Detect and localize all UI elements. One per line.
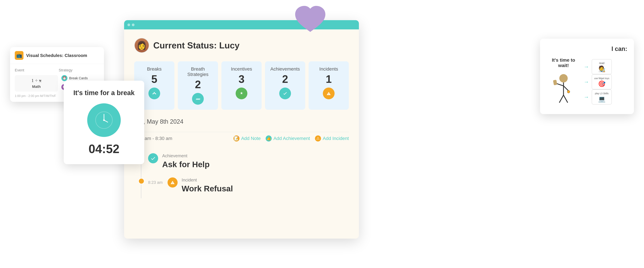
i-can-option-skills: → play L3 Skills 💻 [584, 89, 627, 104]
i-can-content: It's time to wait! [547, 57, 627, 107]
vs-event-col-label: Event [15, 68, 55, 72]
current-status-title: Current Status: Lucy [153, 40, 240, 50]
i-can-card-label-fidget: use fidget toys [594, 76, 610, 80]
vs-event-card: 1 ÷ x Math [15, 75, 58, 92]
break-timer-window: It's time for a break 04:52 [64, 81, 144, 164]
stat-number-incentives: 3 [225, 74, 258, 84]
break-timer-title: It's time for a break [70, 89, 138, 97]
date-display: day, May 8th 2024 [134, 118, 349, 125]
incident-entry-title: Work Refusal [182, 184, 349, 193]
avatar: 👩 [134, 38, 149, 53]
svg-point-18 [567, 90, 570, 93]
vs-strategy-icon-1: ⏰ [62, 75, 68, 81]
vs-event-name: Math [18, 84, 55, 89]
i-can-header: I can: [547, 45, 627, 52]
svg-line-16 [559, 95, 564, 103]
add-note-icon: 📝 [234, 136, 240, 142]
traffic-dot-1 [128, 24, 130, 26]
stat-number-achievements: 2 [268, 74, 302, 84]
stick-figure-svg [550, 72, 577, 105]
i-can-card-read: read 🧑‍🎨 [592, 59, 612, 74]
timeline-entry-achievement: Achievement Ask for Help [148, 150, 349, 174]
achievement-entry-icon [148, 153, 158, 163]
svg-rect-14 [553, 80, 557, 85]
achievement-entry-content: Achievement Ask for Help [162, 153, 349, 169]
i-can-card-fidget: use fidget toys 🎯 [592, 74, 612, 89]
arrow-fidget: → [584, 79, 589, 85]
svg-point-10 [103, 119, 105, 121]
i-can-card-skills: play L3 Skills 💻 [592, 89, 612, 104]
i-can-read-icon: 🧑‍🎨 [598, 65, 606, 72]
vs-icon: 📺 [15, 51, 24, 60]
wait-illustration: It's time to wait! [547, 57, 580, 107]
achievement-entry-type: Achievement [162, 153, 349, 159]
vs-strategy-col-label: Strategy [59, 68, 99, 72]
i-can-card-label-skills: play L3 Skills [594, 91, 609, 95]
stat-card-achievements: Achievements 2 [265, 61, 305, 110]
svg-text:!: ! [172, 182, 173, 184]
timeline-entries: Achievement Ask for Help 8:23 am ! [141, 150, 349, 198]
vs-math-display: 1 ÷ x [18, 78, 55, 83]
stat-icon-breath [192, 93, 204, 105]
vs-strategy-label-1: Break Cards [69, 76, 88, 80]
stat-number-incidents: 1 [312, 74, 346, 84]
stat-card-breath-strategies: Breath Strategies 2 [178, 61, 218, 110]
svg-line-13 [556, 83, 564, 86]
incident-entry-icon: ! [168, 177, 178, 188]
svg-text:!: ! [328, 93, 329, 95]
stat-label-incentives: Incentives [225, 66, 258, 72]
svg-line-15 [564, 86, 568, 91]
break-timer-clock [87, 103, 121, 137]
stat-label-breath: Breath Strategies [181, 66, 215, 77]
traffic-dot-2 [132, 24, 134, 26]
timeline-header: 8:00 am - 8:30 am 📝 Add Note 👍 Add Achie… [134, 132, 349, 145]
add-incident-icon: ⚠ [315, 136, 321, 142]
incident-entry-content: Incident Work Refusal [182, 177, 349, 193]
arrow-skills: → [584, 94, 589, 100]
timeline-entry-incident: 8:23 am ! Incident Work Refusal [148, 174, 349, 198]
profile-header: 👩 Current Status: Lucy [134, 38, 349, 53]
arrow-read: → [584, 64, 589, 70]
wait-text: It's time to wait! [547, 57, 580, 68]
vs-strategy-break-cards: ⏰ Break Cards [62, 75, 99, 81]
stat-label-achievements: Achievements [268, 66, 302, 72]
achievement-entry-title: Ask for Help [162, 160, 349, 169]
vs-title: Visual Schedules: Classroom [26, 53, 87, 58]
incident-time: 8:23 am [148, 180, 165, 185]
stat-label-incidents: Incidents [312, 66, 346, 72]
i-can-skills-icon: 💻 [598, 95, 606, 102]
add-incident-button[interactable]: ⚠ Add Incident [315, 136, 349, 142]
svg-line-17 [564, 95, 568, 103]
stat-icon-incidents: ! [323, 88, 334, 99]
i-can-option-read: → read 🧑‍🎨 [584, 59, 627, 74]
stat-icon-achievements [279, 88, 291, 99]
break-timer-display: 04:52 [70, 142, 138, 156]
stat-icon-breaks [148, 88, 160, 99]
add-achievement-icon: 👍 [266, 136, 272, 142]
i-can-card-label-read: read [598, 61, 605, 65]
i-can-window: I can: It's time to wait! [540, 39, 634, 114]
timeline-dot-incident [138, 178, 144, 184]
i-can-options-list: → read 🧑‍🎨 → use fidget toys 🎯 → play L3… [584, 57, 627, 106]
stat-icon-incentives [236, 88, 247, 99]
main-browser-window: 👩 Current Status: Lucy Breaks 5 Breath S… [124, 20, 359, 239]
i-can-fidget-icon: 🎯 [598, 80, 606, 87]
add-note-button[interactable]: 📝 Add Note [234, 136, 261, 142]
timeline-actions: 📝 Add Note 👍 Add Achievement ⚠ Add Incid… [234, 136, 349, 142]
add-achievement-button[interactable]: 👍 Add Achievement [266, 136, 310, 142]
stat-label-breaks: Breaks [138, 66, 171, 72]
clock-svg [94, 110, 114, 130]
stick-figure-illustration [547, 72, 580, 107]
vs-header: 📺 Visual Schedules: Classroom [10, 47, 104, 64]
stats-row: Breaks 5 Breath Strategies 2 Incentives … [134, 61, 349, 110]
stat-card-incidents: Incidents 1 ! [308, 61, 349, 110]
i-can-option-fidget: → use fidget toys 🎯 [584, 74, 627, 89]
avatar-face: 👩 [135, 38, 149, 52]
incident-entry-type: Incident [182, 177, 349, 183]
stat-number-breath: 2 [181, 79, 215, 90]
svg-point-11 [559, 74, 568, 82]
vs-column-labels: Event Strategy [15, 68, 99, 72]
heart-decoration [294, 5, 327, 36]
stat-card-incentives: Incentives 3 [221, 61, 262, 110]
